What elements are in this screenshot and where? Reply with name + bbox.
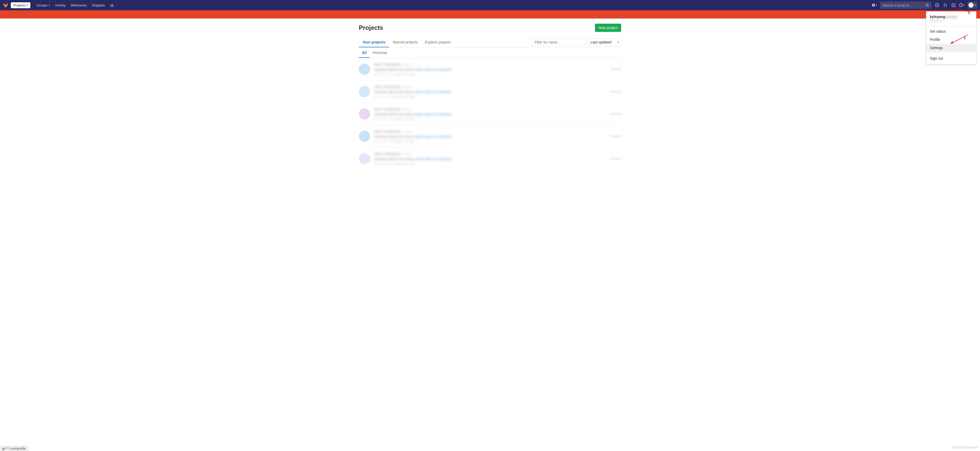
menu-set-status[interactable]: Set status [926,27,976,35]
project-avatar [359,130,370,142]
project-updated: xxxxxxx [610,135,621,138]
subtab-all[interactable]: All [359,48,370,58]
chevron-down-icon: ▾ [964,4,965,6]
menu-profile[interactable]: Profile [926,35,976,44]
chevron-down-icon: ▾ [49,4,50,6]
user-display-name: kyleyang [930,15,945,19]
svg-text:?: ? [960,4,961,6]
project-updated: xxxxxxx [610,90,621,93]
svg-point-3 [937,5,937,6]
project-link: xxxxx xxxx xx xxxxxxxx [414,157,452,161]
tab-your-projects[interactable]: Your projects [359,37,389,47]
project-stats: ★x ⑂x ⤓x ⬡x updated xx ago [374,162,610,165]
project-name: xxxx / xxxxxxxxx [374,152,401,156]
project-stats: ★x ⑂x ⤓x ⬡x updated xx ago [374,117,610,121]
nav-milestones[interactable]: Milestones [68,3,89,7]
new-project-button[interactable]: New project [595,24,621,32]
sort-dropdown[interactable]: Last updated ▾ [588,38,621,46]
issues-icon[interactable] [933,1,941,9]
broadcast-banner [0,10,980,19]
projects-dropdown-label: Projects [13,3,25,7]
project-updated: xxxxxxx [610,112,621,116]
page-title: Projects [359,24,595,31]
project-stats: ★x ⑂x ⤓x ⬡x updated xx ago [374,95,610,98]
filter-input[interactable] [532,38,586,46]
plus-dropdown[interactable]: ▾ [870,1,878,9]
project-badge: xxxxxx [403,152,412,156]
project-body: xxxx / xxxxxxxxxxxxxxxxxxxxxx xxxxx xxx … [374,129,610,143]
project-name: xxxx / xxxxxxxxx [374,62,401,66]
project-name: xxxx / xxxxxxxxx [374,107,401,111]
projects-dropdown[interactable]: Projects ▾ [11,2,30,8]
search-box[interactable] [880,2,931,9]
subtab-personal[interactable]: Personal [370,48,390,58]
nav-activity[interactable]: Activity [52,3,68,7]
project-body: xxxx / xxxxxxxxxxxxxxxxxxxxxx xxxxx xxx … [374,62,610,76]
nav-statistics-icon[interactable] [108,3,117,7]
menu-settings[interactable]: Settings [926,44,976,52]
project-link: xxxxx xxxx xx xxxxxxxx [414,112,452,116]
project-updated: xxxxxxx [610,67,621,71]
chevron-down-icon: ▾ [617,41,619,44]
user-handle: @xxxxxxx [930,19,972,22]
project-desc: xxxxxxx xxxxx xxx xxxxx [374,112,414,116]
user-avatar-dropdown[interactable]: ▾ [967,2,977,9]
project-avatar [359,153,370,164]
page-header: Projects New project [359,24,621,32]
gitlab-logo[interactable] [3,2,9,8]
todos-icon[interactable] [950,1,958,9]
sort-dropdown-label: Last updated [590,40,611,44]
chevron-down-icon: ▾ [27,4,28,6]
project-badge: xxxxxx [403,63,412,66]
project-tabs-row: Your projects Starred projects Explore p… [359,37,621,48]
project-body: xxxx / xxxxxxxxxxxxxxxxxxxxxx xxxxx xxx … [374,152,610,165]
menu-divider [926,53,976,53]
project-subtabs: All Personal [359,48,621,58]
project-stats: ★x ⑂x ⤓x ⬡x updated xx ago [374,140,610,143]
project-row[interactable]: xxxx / xxxxxxxxxxxxxxxxxxxxxx xxxxx xxx … [359,81,621,103]
project-row[interactable]: xxxx / xxxxxxxxxxxxxxxxxxxxxx xxxxx xxx … [359,148,621,170]
top-navbar: Projects ▾ Groups ▾ Activity Milestones … [0,0,980,10]
project-desc: xxxxxxx xxxxx xxx xxxxx [374,157,414,161]
chevron-down-icon: ▾ [975,4,976,6]
main-container: Projects New project Your projects Starr… [356,19,624,180]
project-link: xxxxx xxxx xx xxxxxxxx [414,67,452,71]
project-avatar [359,86,370,97]
nav-groups[interactable]: Groups ▾ [34,3,52,7]
project-row[interactable]: xxxx / xxxxxxxxxxxxxxxxxxxxxx xxxxx xxx … [359,125,621,148]
svg-point-1 [926,4,928,6]
user-dropdown-menu: kyleyangxxxxxx @xxxxxxx Set status Profi… [926,11,977,64]
nav-snippets[interactable]: Snippets [89,3,108,7]
menu-sign-out[interactable]: Sign out [926,54,976,62]
project-link: xxxxx xxxx xx xxxxxxxx [414,90,452,94]
tab-starred-projects[interactable]: Starred projects [389,37,422,47]
svg-point-5 [944,6,945,7]
project-avatar [359,108,370,119]
help-dropdown[interactable]: ? ▾ [958,1,966,9]
project-name: xxxx / xxxxxxxxx [374,129,401,133]
search-input[interactable] [883,3,926,7]
merge-requests-icon[interactable] [941,1,950,9]
project-desc: xxxxxxx xxxxx xxx xxxxx [374,135,414,138]
project-row[interactable]: xxxx / xxxxxxxxxxxxxxxxxxxxxx xxxxx xxx … [359,58,621,81]
project-updated: xxxxxxx [610,157,621,160]
menu-divider [926,26,976,26]
avatar [969,3,974,8]
svg-point-6 [946,6,947,7]
project-avatar [359,64,370,75]
svg-point-4 [944,3,945,4]
project-badge: xxxxxx [403,108,412,111]
search-icon [926,3,929,7]
project-body: xxxx / xxxxxxxxxxxxxxxxxxxxxx xxxxx xxx … [374,84,610,98]
user-menu-header: kyleyangxxxxxx @xxxxxxx [926,13,976,25]
project-list: xxxx / xxxxxxxxxxxxxxxxxxxxxx xxxxx xxx … [359,58,621,170]
tab-explore-projects[interactable]: Explore projects [422,37,455,47]
project-desc: xxxxxxx xxxxx xxx xxxxx [374,90,414,94]
project-row[interactable]: xxxx / xxxxxxxxxxxxxxxxxxxxxx xxxxx xxx … [359,103,621,125]
chevron-down-icon: ▾ [876,4,877,6]
project-badge: xxxxxx [403,85,412,89]
project-desc: xxxxxxx xxxxx xxx xxxxx [374,67,414,71]
project-stats: ★x ⑂x ⤓x ⬡x updated xx ago [374,73,610,76]
project-body: xxxx / xxxxxxxxxxxxxxxxxxxxxx xxxxx xxx … [374,107,610,121]
project-name: xxxx / xxxxxxxxx [374,84,401,89]
